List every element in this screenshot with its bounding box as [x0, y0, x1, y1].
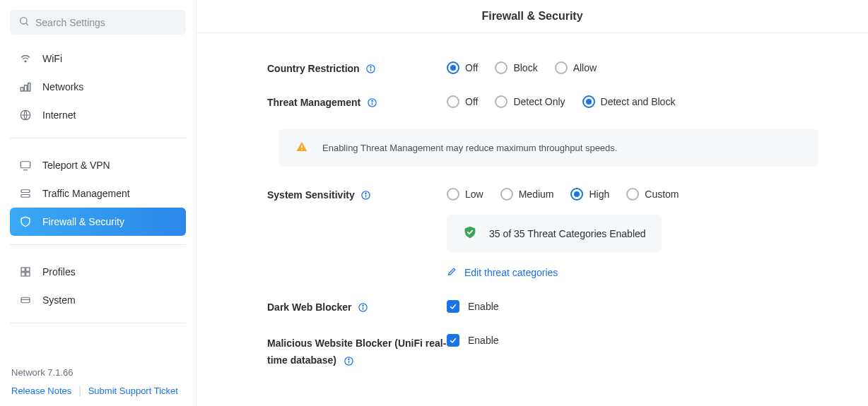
info-icon[interactable] [360, 189, 372, 201]
radio-group-country: Off Block Allow [447, 61, 819, 74]
threat-status-text: 35 of 35 Threat Categories Enabled [489, 228, 646, 239]
info-icon[interactable] [366, 97, 377, 108]
radio-sensitivity-high[interactable]: High [570, 188, 609, 201]
radio-circle [495, 95, 508, 108]
sidebar-footer: Network 7.1.66 Release Notes | Submit Su… [10, 362, 186, 396]
radio-country-off[interactable]: Off [447, 61, 478, 74]
svg-rect-15 [21, 297, 30, 303]
svg-rect-23 [301, 145, 303, 148]
search-icon [18, 16, 30, 29]
info-icon[interactable] [344, 355, 355, 366]
radio-label: Allow [573, 62, 597, 73]
sidebar-item-label: Internet [42, 109, 76, 121]
teleport-icon [18, 158, 33, 172]
radio-label: Medium [519, 189, 554, 200]
radio-group-threat: Off Detect Only Detect and Block [447, 95, 819, 108]
sidebar-item-profiles[interactable]: Profiles [10, 258, 186, 286]
label-text: Country Restriction [267, 63, 360, 74]
sidebar-item-label: Teleport & VPN [42, 160, 110, 171]
release-notes-link[interactable]: Release Notes [11, 386, 71, 396]
label-text: Threat Management [267, 97, 360, 108]
pencil-icon [447, 266, 457, 279]
svg-line-1 [26, 23, 28, 25]
radio-label: Detect and Block [601, 96, 676, 107]
sidebar-item-label: Networks [42, 81, 83, 92]
page-title: Firewall & Security [197, 10, 868, 23]
sidebar-item-networks[interactable]: Networks [10, 73, 186, 101]
radio-sensitivity-custom[interactable]: Custom [626, 188, 679, 201]
alert-throughput-warning: Enabling Threat Management may reduce ma… [278, 129, 819, 167]
field-label: Dark Web Blocker [267, 300, 447, 313]
profiles-icon [18, 265, 33, 279]
row-country-restriction: Country Restriction Off Block [267, 61, 819, 74]
radio-circle [495, 61, 508, 74]
svg-rect-13 [21, 273, 25, 276]
traffic-icon [18, 186, 33, 201]
divider [10, 138, 186, 138]
networks-icon [18, 80, 33, 94]
radio-label: Low [465, 189, 483, 200]
radio-circle [447, 188, 459, 201]
radio-circle [555, 61, 568, 74]
separator: | [78, 385, 81, 396]
checkbox-label: Enable [468, 335, 499, 346]
label-text: Malicious Website Blocker (UniFi real-ti… [267, 338, 446, 366]
sidebar-item-firewall-security[interactable]: Firewall & Security [10, 208, 186, 236]
radio-threat-detect-block[interactable]: Detect and Block [582, 95, 676, 108]
sidebar-item-label: Firewall & Security [42, 216, 124, 227]
checkbox-malicious-website[interactable]: Enable [447, 334, 819, 347]
support-ticket-link[interactable]: Submit Support Ticket [88, 386, 178, 396]
sidebar-item-internet[interactable]: Internet [10, 101, 186, 129]
radio-sensitivity-medium[interactable]: Medium [500, 188, 554, 201]
main-content: Firewall & Security Country Restriction … [197, 0, 868, 406]
radio-circle [447, 61, 459, 74]
radio-sensitivity-low[interactable]: Low [447, 188, 483, 201]
radio-country-allow[interactable]: Allow [555, 61, 597, 74]
globe-icon [18, 108, 33, 122]
svg-rect-9 [21, 190, 30, 193]
divider [10, 323, 186, 323]
svg-rect-24 [301, 149, 303, 150]
svg-point-22 [372, 100, 373, 101]
shield-icon [18, 215, 33, 229]
warning-icon [295, 141, 308, 155]
sidebar-item-label: WiFi [42, 53, 62, 64]
svg-rect-14 [26, 273, 30, 276]
svg-rect-5 [28, 83, 30, 91]
svg-point-2 [25, 61, 26, 62]
sidebar-item-wifi[interactable]: WiFi [10, 44, 186, 73]
radio-label: High [589, 189, 609, 200]
radio-label: Off [465, 62, 478, 73]
field-label: Country Restriction [267, 61, 447, 74]
radio-circle [500, 188, 513, 201]
sidebar-item-traffic-management[interactable]: Traffic Management [10, 179, 186, 208]
svg-point-30 [363, 305, 363, 306]
radio-threat-detect-only[interactable]: Detect Only [495, 95, 565, 108]
radio-circle [582, 95, 595, 108]
row-malicious-website-blocker: Malicious Website Blocker (UniFi real-ti… [267, 334, 819, 369]
sidebar-item-teleport-vpn[interactable]: Teleport & VPN [10, 151, 186, 179]
main-body: Country Restriction Off Block [197, 33, 868, 406]
search-box[interactable] [10, 10, 186, 35]
radio-country-block[interactable]: Block [495, 61, 537, 74]
row-threat-management: Threat Management Off Detect Only [267, 95, 819, 108]
radio-label: Block [513, 62, 537, 73]
radio-threat-off[interactable]: Off [447, 95, 478, 108]
svg-point-33 [348, 359, 349, 359]
radio-label: Off [465, 96, 478, 107]
svg-rect-7 [20, 162, 30, 168]
info-icon[interactable] [365, 63, 377, 74]
label-text: Dark Web Blocker [267, 301, 352, 313]
row-dark-web-blocker: Dark Web Blocker Enable [267, 300, 819, 313]
sidebar: WiFi Networks Internet Telepor [0, 0, 197, 406]
edit-threat-categories-link[interactable]: Edit threat categories [447, 266, 558, 279]
svg-point-19 [370, 66, 371, 67]
version-text: Network 7.1.66 [11, 367, 184, 378]
search-input[interactable] [35, 17, 177, 28]
sidebar-item-system[interactable]: System [10, 286, 186, 314]
row-system-sensitivity: System Sensitivity Low Medium [267, 188, 819, 279]
radio-circle [626, 188, 639, 201]
info-icon[interactable] [358, 301, 369, 313]
checkbox-dark-web[interactable]: Enable [447, 300, 819, 313]
svg-rect-3 [20, 88, 23, 91]
